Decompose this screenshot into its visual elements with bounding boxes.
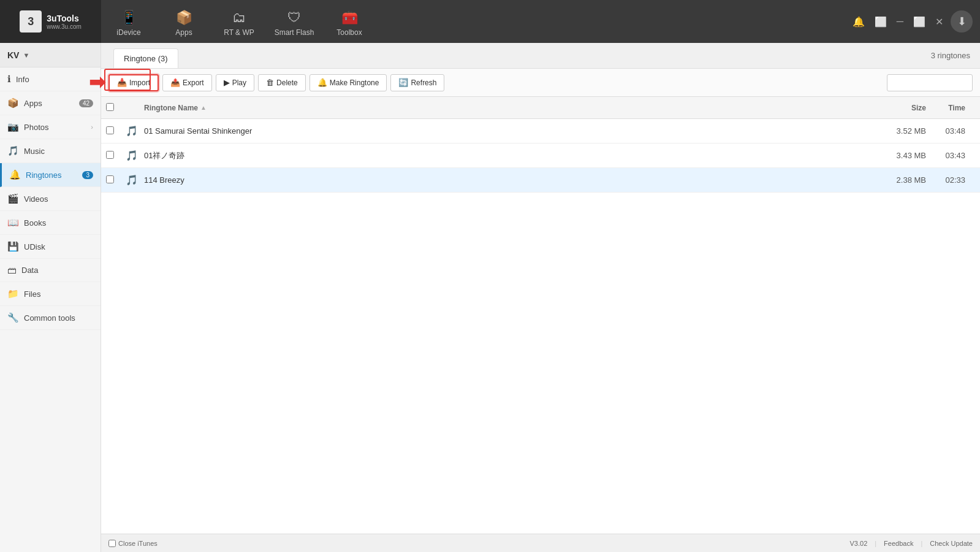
refresh-button[interactable]: 🔄 Refresh (390, 74, 444, 91)
close-icon[interactable]: ✕ (933, 13, 946, 30)
sidebar-item-music-label: Music (24, 147, 93, 156)
books-icon: 📖 (7, 217, 19, 228)
header-time-col: Time (926, 104, 975, 112)
nav-item-apps[interactable]: 📦 Apps (156, 0, 211, 43)
separator2: | (921, 540, 922, 547)
row1-checkbox[interactable] (106, 126, 126, 136)
row2-checkbox[interactable] (106, 151, 126, 161)
refresh-icon: 🔄 (398, 78, 408, 87)
common-tools-icon: 🔧 (7, 312, 19, 323)
delete-button[interactable]: 🗑 Delete (258, 74, 306, 91)
minimize-icon[interactable]: ─ (894, 13, 906, 29)
refresh-label: Refresh (411, 79, 436, 87)
photos-chevron-icon: › (91, 123, 93, 131)
files-icon: 📁 (7, 288, 19, 299)
sidebar-item-books[interactable]: 📖 Books (0, 211, 101, 235)
table-row[interactable]: 🎵 01祥ノ奇跡 3.43 MB 03:43 (101, 144, 980, 168)
smartflash-icon: 🛡 (287, 10, 301, 26)
nav-items: 📱 iDevice 📦 Apps 🗂 RT & WP 🛡 Smart Flash… (101, 0, 850, 43)
toolbox-icon: 🧰 (341, 10, 358, 26)
import-icon: 📥 (117, 78, 127, 87)
sidebar-item-apps-label: Apps (24, 99, 79, 108)
select-all-checkbox[interactable] (106, 103, 114, 111)
play-button[interactable]: ▶ Play (216, 74, 254, 91)
play-icon: ▶ (224, 78, 230, 87)
tab-ringtone-label: Ringtone (3) (124, 54, 168, 63)
titlebar: 3 3uTools www.3u.com 📱 iDevice 📦 Apps 🗂 … (0, 0, 980, 43)
sidebar-item-data[interactable]: 🗃 Data (0, 259, 101, 282)
smartflash-label: Smart Flash (275, 28, 314, 37)
import-label: Import (129, 79, 150, 87)
nav-item-rtwp[interactable]: 🗂 RT & WP (211, 0, 267, 43)
logo-number: 3 (28, 15, 34, 28)
window-icon[interactable]: ⬜ (872, 13, 889, 30)
import-button[interactable]: 📥 Import (108, 74, 159, 91)
col-name-label: Ringtone Name (144, 104, 198, 112)
tab-ringtone[interactable]: Ringtone (3) (113, 48, 178, 68)
row2-size: 3.43 MB (877, 151, 926, 160)
nav-item-idevice[interactable]: 📱 iDevice (101, 0, 156, 43)
sidebar-item-files[interactable]: 📁 Files (0, 282, 101, 306)
device-name: KV (7, 50, 19, 60)
close-itunes-area: Close iTunes (108, 540, 158, 547)
content-area: Ringtone (3) 3 ringtones 📥 Import 📤 Expo… (101, 43, 980, 552)
notification-icon[interactable]: 🔔 (850, 13, 867, 30)
header-name-col[interactable]: Ringtone Name ▲ (144, 104, 877, 112)
make-ringtone-icon: 🔔 (317, 78, 327, 87)
idevice-label: iDevice (116, 28, 140, 37)
device-selector[interactable]: KV ▼ (0, 43, 101, 67)
sidebar-item-music[interactable]: 🎵 Music (0, 139, 101, 163)
row1-size: 3.52 MB (877, 126, 926, 136)
ringtones-icon: 🔔 (9, 169, 21, 180)
sidebar-item-info[interactable]: ℹ Info (0, 67, 101, 91)
row2-name: 01祥ノ奇跡 (144, 150, 877, 161)
export-button[interactable]: 📤 Export (162, 74, 212, 91)
ringtone-table: Ringtone Name ▲ Size Time 🎵 01 Samurai S… (101, 97, 980, 534)
row3-checkbox[interactable] (106, 175, 126, 185)
titlebar-controls: 🔔 ⬜ ─ ⬜ ✕ ⬇ (850, 10, 973, 33)
export-icon: 📤 (170, 78, 180, 87)
close-itunes-checkbox[interactable] (108, 540, 116, 547)
sidebar-item-data-label: Data (21, 266, 93, 275)
red-arrow-annotation: ➡ (89, 71, 105, 94)
play-label: Play (232, 79, 246, 87)
row3-ringtone-icon: 🎵 (126, 174, 144, 186)
sidebar-item-udisk[interactable]: 💾 UDisk (0, 235, 101, 259)
sidebar-item-ringtones[interactable]: 🔔 Ringtones 3 (0, 163, 101, 187)
sidebar-item-apps[interactable]: 📦 Apps 42 (0, 91, 101, 115)
sidebar-item-common-tools[interactable]: 🔧 Common tools (0, 306, 101, 330)
export-label: Export (183, 79, 204, 87)
row1-name: 01 Samurai Sentai Shinkenger (144, 126, 877, 136)
bottom-bar: Close iTunes V3.02 | Feedback | Check Up… (101, 534, 980, 552)
ringtones-count: 3 ringtones (180, 51, 980, 60)
toolbox-label: Toolbox (336, 28, 362, 37)
sidebar-item-videos-label: Videos (24, 194, 93, 204)
nav-item-smartflash[interactable]: 🛡 Smart Flash (267, 0, 322, 43)
row1-time: 03:48 (926, 126, 975, 136)
nav-item-toolbox[interactable]: 🧰 Toolbox (322, 0, 377, 43)
check-update-link[interactable]: Check Update (930, 540, 973, 547)
sidebar-item-photos-label: Photos (24, 123, 91, 132)
sidebar-item-videos[interactable]: 🎬 Videos (0, 187, 101, 211)
make-ringtone-button[interactable]: 🔔 Make Ringtone (310, 74, 387, 91)
logo-area: 3 3uTools www.3u.com (0, 0, 101, 43)
search-input[interactable] (887, 74, 973, 91)
sidebar-item-photos[interactable]: 📷 Photos › (0, 115, 101, 139)
table-row[interactable]: 🎵 01 Samurai Sentai Shinkenger 3.52 MB 0… (101, 119, 980, 144)
tab-bar: Ringtone (3) 3 ringtones (101, 43, 980, 69)
info-icon: ℹ (7, 74, 11, 85)
device-chevron-icon: ▼ (23, 52, 29, 59)
photos-icon: 📷 (7, 121, 19, 132)
bottom-right: V3.02 | Feedback | Check Update (850, 540, 973, 547)
header-size-col: Size (877, 104, 926, 112)
row2-time: 03:43 (926, 151, 975, 160)
sidebar-item-info-label: Info (16, 75, 93, 84)
feedback-link[interactable]: Feedback (884, 540, 913, 547)
logo-box: 3 (20, 10, 42, 33)
sidebar-item-common-tools-label: Common tools (24, 313, 93, 323)
apps-badge: 42 (79, 99, 93, 107)
header-checkbox-col (106, 103, 126, 113)
maximize-icon[interactable]: ⬜ (911, 13, 928, 30)
table-row[interactable]: 🎵 114 Breezy 2.38 MB 02:33 (101, 168, 980, 193)
download-button[interactable]: ⬇ (951, 10, 973, 33)
